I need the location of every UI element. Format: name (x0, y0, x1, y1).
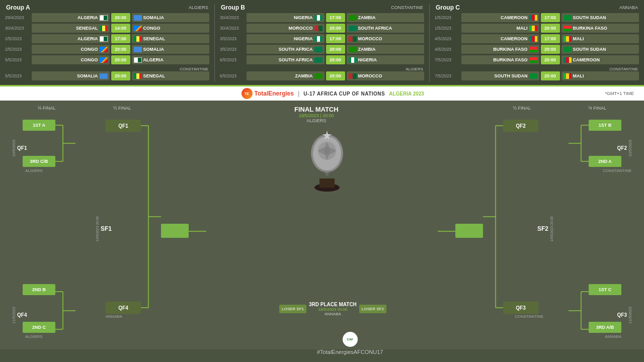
flag-ng (314, 36, 323, 42)
group-a-block: Group A ALGIERS 29/4/2023 ALGERIA 20:00 … (5, 4, 209, 82)
table-row: 3/5/2023 NIGERIA 17:00 MOROCCO (220, 34, 424, 43)
flag-za (314, 57, 323, 63)
flag-cd (100, 57, 108, 63)
table-row: 5/5/2023 SOMALIA 20:00 SENEGAL (5, 71, 209, 80)
qf4-label-group: 11/5/2023 QF4 (12, 307, 27, 323)
table-row: 29/4/2023 ALGERIA 20:00 SOMALIA (5, 13, 209, 22)
event-banner: TE TotalEnergies | U-17 AFRICA CUP OF NA… (0, 86, 644, 101)
table-row: 6/5/2023 SOUTH AFRICA 20:00 NIGERIA (220, 55, 424, 64)
flag-ml (564, 36, 572, 42)
qf2-venue: CONSTANTINE (603, 168, 631, 173)
flag-zm (349, 47, 357, 52)
group-b-title: Group B (221, 4, 245, 11)
qf2-team1-box: 1ST B (589, 120, 621, 131)
hashtag: #TotalEnergiesAFCONU17 (317, 349, 383, 355)
gmt-note: *GMT+1 TIME (605, 91, 634, 96)
svg-rect-14 (319, 178, 335, 188)
flag-so (134, 15, 142, 21)
bracket-full: ¼ FINAL 1ST A 10/5/2023 QF1 3RD C/B ALGI… (8, 106, 636, 347)
flag-bf (564, 26, 572, 31)
table-row: 7/5/2023 SOUTH SUDAN 20:00 MALI (435, 71, 639, 80)
sf2-qf3-box: QF3 (503, 302, 538, 314)
qf4-team2-box: 2ND C (23, 322, 55, 333)
qf4-venue: ALGIERS (25, 334, 43, 339)
cup-name: U-17 AFRICA CUP OF NATIONS (303, 91, 385, 97)
flag-cm (564, 57, 572, 63)
qf3-team2-box: 3RD A/B (589, 322, 621, 333)
table-row: 30/4/2023 SENEGAL 14:00 CONGO (5, 24, 209, 33)
flag-cm (529, 36, 537, 42)
group-c-venue: ANNABA (619, 5, 638, 10)
qf1-label-group: 10/5/2023 QF1 (12, 140, 27, 156)
qf3-team1-box: 1ST C (589, 284, 621, 295)
flag-zm (314, 73, 323, 79)
flag-ss (564, 47, 572, 52)
group-a-title: Group A (6, 4, 30, 11)
sf-label-right: ½ FINAL (513, 106, 531, 111)
table-row: 30/4/2023 NIGERIA 17:00 ZAMBIA (220, 13, 424, 22)
table-row: 7/5/2023 BURKINA FASO 20:00 CAMEROON (435, 55, 639, 64)
flag-so (100, 73, 108, 79)
sf2-label-group: SF2 14/5/2023 20:00 (537, 216, 553, 242)
qf1-round-label: QF1 (17, 145, 27, 151)
table-row: 2/5/2023 ALGERIA 17:00 SENEGAL (5, 34, 209, 43)
qf2-label-group: 10/5/2023 QF2 (617, 140, 632, 156)
groups-container: Group A ALGIERS 29/4/2023 ALGERIA 20:00 … (0, 4, 644, 82)
brand-name: TotalEnergies (255, 90, 294, 97)
final-date: 19/5/2023 | 20:00 (294, 113, 339, 118)
final-venue: ALGIERS (294, 118, 339, 123)
qf-label-left: ¼ FINAL (38, 106, 56, 111)
qf3-label-group: 11/5/2023 QF3 (617, 307, 632, 323)
table-row: 4/5/2023 BURKINA FASO 20:00 SOUTH SUDAN (435, 45, 639, 54)
table-row: 2/5/2023 CONGO 20:00 SOMALIA (5, 45, 209, 54)
bracket-lines-sf2 (385, 106, 636, 357)
qf2-team2-box: 2ND A (589, 156, 621, 167)
flag-bf (529, 57, 537, 63)
sf2-venue: CONSTANTINE (515, 314, 543, 319)
sf1-label-group: 14/5/2023 20:00 SF1 (96, 216, 112, 242)
qf2-round-label: QF2 (617, 145, 627, 151)
flag-ng (349, 57, 357, 63)
qf4-team1-box: 2ND B (23, 284, 55, 295)
flag-ml (564, 73, 572, 79)
group-c-block: Group C ANNABA 1/5/2023 CAMEROON 17:00 S… (435, 4, 639, 82)
table-row: 30/4/2023 MOROCCO 20:00 SOUTH AFRICA (220, 24, 424, 33)
sf1-result-box (161, 224, 189, 238)
table-row: 4/5/2023 CAMEROON 17:00 MALI (435, 34, 639, 43)
group-b-venue: CONSTANTINE (391, 5, 423, 10)
final-match-area: FINAL MATCH 19/5/2023 | 20:00 ALGIERS (294, 106, 339, 123)
loser-sf2-box: LOSER SF2 (359, 305, 386, 313)
flag-sn (100, 26, 108, 31)
third-date: 18/5/2023 20:00 (309, 307, 357, 312)
flag-ma (349, 73, 357, 79)
flag-ma (314, 26, 323, 31)
qf1-venue: ALGIERS (25, 168, 43, 173)
flag-cd (134, 26, 142, 31)
flag-za (314, 47, 323, 52)
sf2-qf2-box: QF2 (503, 120, 538, 132)
flag-zm (349, 15, 357, 21)
flag-cm (529, 15, 537, 21)
flag-sn (134, 73, 142, 79)
qf4-round-label: QF4 (17, 312, 27, 318)
third-venue: ANNABA (309, 312, 357, 316)
groups-section: Group A ALGIERS 29/4/2023 ALGERIA 20:00 … (0, 0, 644, 86)
third-place-area: LOSER SF1 3RD PLACE MATCH 18/5/2023 20:0… (279, 302, 386, 316)
total-energies-icon: TE (242, 88, 253, 99)
bracket-lines-right (486, 106, 636, 357)
qf3-venue: ANNABA (605, 334, 621, 339)
group-a-venue: ALGIERS (189, 5, 208, 10)
qf1-team2-box: 3RD C/B (23, 156, 55, 167)
sf2-result-box (455, 224, 483, 238)
qf3-round-label: QF3 (617, 312, 627, 318)
sf2-label: SF2 (537, 225, 548, 232)
final-title: FINAL MATCH (294, 106, 339, 113)
trophy-area (304, 123, 350, 196)
sf-label-left: ½ FINAL (113, 106, 131, 111)
table-row: 1/5/2023 MALI 20:00 BURKINA FASO (435, 24, 639, 33)
flag-ss (529, 73, 537, 79)
flag-ma (349, 36, 357, 42)
flag-dz (134, 57, 142, 63)
sf1-label: SF1 (101, 225, 112, 232)
third-place-title: 3RD PLACE MATCH (309, 302, 357, 307)
